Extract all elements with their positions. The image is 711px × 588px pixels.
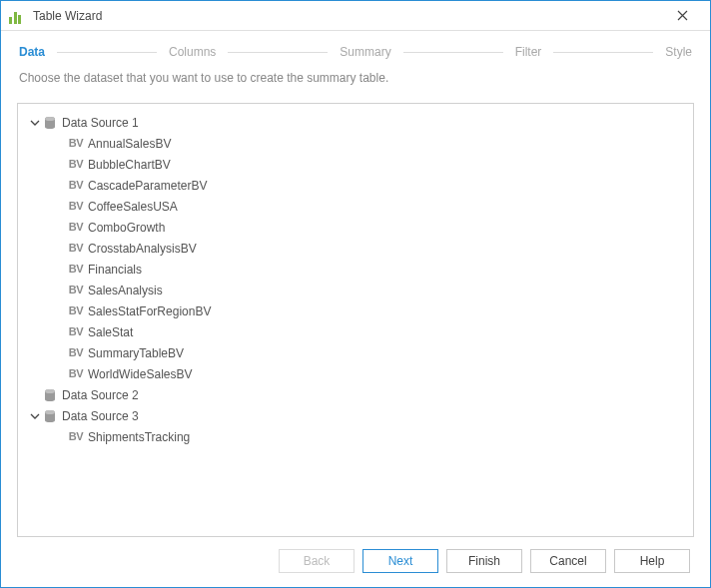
tree-dataset-node[interactable]: BVFinancials [24,259,687,280]
next-button[interactable]: Next [362,549,438,573]
bv-icon: BV [68,324,84,340]
bv-icon: BV [68,262,84,278]
chevron-down-icon[interactable] [28,116,42,130]
step-summary[interactable]: Summary [340,45,390,59]
expander-blank [54,263,68,277]
tree-dataset-node[interactable]: BVShipmentsTracking [24,426,687,447]
step-separator [553,52,653,53]
wizard-window: Table Wizard Data Columns Summary Filter… [0,0,711,588]
tree-dataset-node[interactable]: BVWorldWideSalesBV [24,363,687,384]
expander-blank [28,388,42,402]
datasource-tree[interactable]: Data Source 1 BVAnnualSalesBV BVBubbleCh… [17,103,694,537]
database-icon [42,387,58,403]
tree-node-label: SalesAnalysis [88,284,163,297]
bv-icon: BV [68,241,84,257]
step-columns[interactable]: Columns [169,45,216,59]
tree-dataset-node[interactable]: BVSaleStat [24,321,687,342]
expander-blank [54,179,68,193]
tree-node-label: ComboGrowth [88,221,165,235]
bv-icon: BV [68,429,84,445]
expander-blank [54,367,68,381]
bv-icon: BV [68,199,84,215]
finish-button[interactable]: Finish [446,549,522,573]
step-data[interactable]: Data [19,45,45,59]
tree-node-label: Data Source 2 [62,388,139,402]
expander-blank [54,325,68,339]
tree-datasource-node[interactable]: Data Source 3 [24,405,687,426]
tree-node-label: SalesStatForRegionBV [88,304,211,318]
close-button[interactable] [662,2,702,30]
tree-node-label: Data Source 1 [62,116,139,130]
back-button: Back [279,549,355,573]
tree-dataset-node[interactable]: BVBubbleChartBV [24,154,687,175]
step-separator [403,52,503,53]
tree-dataset-node[interactable]: BVSummaryTableBV [24,342,687,363]
expander-blank [54,430,68,444]
bv-icon: BV [68,157,84,173]
tree-node-label: Data Source 3 [62,409,139,423]
tree-dataset-node[interactable]: BVSalesAnalysis [24,280,687,300]
tree-dataset-node[interactable]: BVCrosstabAnalysisBV [24,238,687,259]
wizard-steps: Data Columns Summary Filter Style [17,45,694,59]
tree-datasource-node[interactable]: Data Source 2 [24,384,687,405]
close-icon [677,10,688,21]
tree-node-label: CrosstabAnalysisBV [88,242,197,256]
tree-node-label: CascadeParameterBV [88,179,207,193]
step-separator [57,52,157,53]
expander-blank [54,158,68,172]
expander-blank [54,137,68,151]
bv-icon: BV [68,345,84,361]
bv-icon: BV [68,303,84,319]
database-icon [42,408,58,424]
content-area: Data Columns Summary Filter Style Choose… [1,31,710,587]
tree-dataset-node[interactable]: BVCascadeParameterBV [24,175,687,196]
tree-dataset-node[interactable]: BVCoffeeSalesUSA [24,196,687,217]
tree-node-label: SaleStat [88,325,133,339]
tree-dataset-node[interactable]: BVSalesStatForRegionBV [24,300,687,321]
window-title: Table Wizard [33,9,662,23]
tree-datasource-node[interactable]: Data Source 1 [24,112,687,133]
help-button[interactable]: Help [614,549,690,573]
svg-point-5 [45,410,55,414]
tree-dataset-node[interactable]: BVAnnualSalesBV [24,133,687,154]
cancel-button[interactable]: Cancel [530,549,606,573]
bv-icon: BV [68,220,84,236]
expander-blank [54,200,68,214]
app-icon [9,8,25,24]
svg-point-3 [45,389,55,393]
bv-icon: BV [68,366,84,382]
step-separator [228,52,328,53]
tree-node-label: SummaryTableBV [88,346,184,360]
tree-node-label: ShipmentsTracking [88,430,190,444]
wizard-button-row: Back Next Finish Cancel Help [17,537,694,577]
expander-blank [54,304,68,318]
bv-icon: BV [68,136,84,152]
tree-node-label: Financials [88,263,142,277]
expander-blank [54,284,68,297]
expander-blank [54,221,68,235]
step-filter[interactable]: Filter [515,45,542,59]
expander-blank [54,242,68,256]
tree-node-label: WorldWideSalesBV [88,367,192,381]
chevron-down-icon[interactable] [28,409,42,423]
tree-node-label: AnnualSalesBV [88,137,171,151]
tree-dataset-node[interactable]: BVComboGrowth [24,217,687,238]
database-icon [42,115,58,131]
svg-point-1 [45,117,55,121]
tree-node-label: BubbleChartBV [88,158,171,172]
bv-icon: BV [68,178,84,194]
titlebar: Table Wizard [1,1,710,31]
bv-icon: BV [68,283,84,298]
expander-blank [54,346,68,360]
step-description: Choose the dataset that you want to use … [17,71,694,85]
tree-node-label: CoffeeSalesUSA [88,200,178,214]
step-style[interactable]: Style [665,45,692,59]
